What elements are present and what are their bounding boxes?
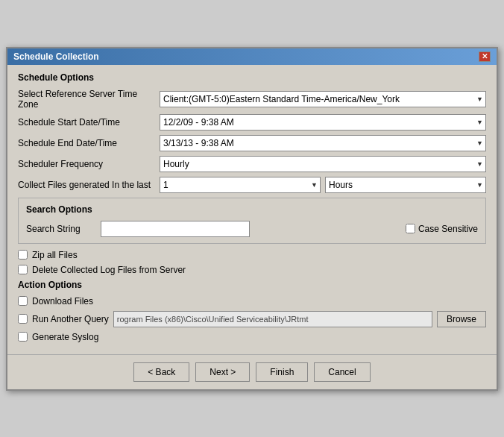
action-options-title: Action Options xyxy=(18,280,486,290)
ref-server-row: Select Reference Server Time Zone Client… xyxy=(18,89,486,110)
start-date-select-wrapper: 12/2/09 - 9:38 AM xyxy=(160,114,486,131)
title-bar: Schedule Collection ✕ xyxy=(7,48,497,65)
start-date-label: Schedule Start Date/Time xyxy=(18,117,160,128)
end-date-select[interactable]: 3/13/13 - 9:38 AM xyxy=(160,135,486,151)
delete-log-row: Delete Collected Log Files from Server xyxy=(18,265,486,275)
collect-unit-select[interactable]: HoursDaysWeeks xyxy=(325,177,486,193)
case-sensitive-checkbox[interactable] xyxy=(406,224,415,233)
frequency-label: Scheduler Frequency xyxy=(18,159,160,169)
search-string-label: Search String xyxy=(26,224,101,234)
start-date-select[interactable]: 12/2/09 - 9:38 AM xyxy=(160,114,486,131)
finish-button[interactable]: Finish xyxy=(256,362,308,382)
back-button[interactable]: < Back xyxy=(133,362,189,382)
collect-unit-wrapper: HoursDaysWeeks xyxy=(325,177,486,193)
run-query-row: Run Another Query Browse xyxy=(18,311,486,327)
search-options-title: Search Options xyxy=(26,204,478,215)
schedule-collection-window: Schedule Collection ✕ Schedule Options S… xyxy=(6,47,498,391)
collect-label: Collect Files generated In the last xyxy=(18,180,160,190)
frequency-row: Scheduler Frequency Hourly Daily Weekly … xyxy=(18,156,486,172)
frequency-select[interactable]: Hourly Daily Weekly Monthly xyxy=(160,156,486,172)
download-files-row: Download Files xyxy=(18,296,486,306)
run-query-checkbox[interactable] xyxy=(18,314,28,324)
download-files-checkbox[interactable] xyxy=(18,296,28,306)
ref-server-select[interactable]: Client:(GMT-5:0)Eastern Standard Time-Am… xyxy=(160,91,486,107)
bottom-bar: < Back Next > Finish Cancel xyxy=(7,354,497,389)
collect-num-select[interactable]: 1234561224 xyxy=(160,177,321,193)
collect-selects: 1234561224 HoursDaysWeeks xyxy=(160,177,486,193)
run-query-label: Run Another Query xyxy=(32,314,109,324)
run-query-path-input[interactable] xyxy=(113,311,432,327)
generate-syslog-row: Generate Syslog xyxy=(18,332,486,342)
zip-all-files-label: Zip all Files xyxy=(32,250,78,260)
window-title: Schedule Collection xyxy=(13,51,99,62)
generate-syslog-checkbox[interactable] xyxy=(18,332,28,342)
delete-log-label: Delete Collected Log Files from Server xyxy=(32,265,186,275)
browse-button[interactable]: Browse xyxy=(437,311,486,327)
search-options-row: Search String Case Sensitive xyxy=(26,221,478,237)
search-options-group: Search Options Search String Case Sensit… xyxy=(18,198,486,244)
download-files-label: Download Files xyxy=(32,296,93,306)
start-date-row: Schedule Start Date/Time 12/2/09 - 9:38 … xyxy=(18,114,486,131)
zip-all-files-row: Zip all Files xyxy=(18,250,486,260)
end-date-label: Schedule End Date/Time xyxy=(18,138,160,148)
end-date-select-wrapper: 3/13/13 - 9:38 AM xyxy=(160,135,486,151)
case-sensitive-area: Case Sensitive xyxy=(406,224,478,234)
search-string-input[interactable] xyxy=(101,221,250,237)
cancel-button[interactable]: Cancel xyxy=(314,362,370,382)
schedule-options-title: Schedule Options xyxy=(18,72,486,83)
close-button[interactable]: ✕ xyxy=(479,51,491,62)
zip-all-files-checkbox[interactable] xyxy=(18,250,28,260)
generate-syslog-label: Generate Syslog xyxy=(32,332,98,342)
next-button[interactable]: Next > xyxy=(195,362,250,382)
ref-server-label: Select Reference Server Time Zone xyxy=(18,89,160,110)
frequency-select-wrapper: Hourly Daily Weekly Monthly xyxy=(160,156,486,172)
ref-server-select-wrapper: Client:(GMT-5:0)Eastern Standard Time-Am… xyxy=(160,91,486,107)
delete-log-checkbox[interactable] xyxy=(18,265,28,274)
collect-num-wrapper: 1234561224 xyxy=(160,177,321,193)
case-sensitive-label: Case Sensitive xyxy=(418,224,478,234)
end-date-row: Schedule End Date/Time 3/13/13 - 9:38 AM xyxy=(18,135,486,151)
collect-row: Collect Files generated In the last 1234… xyxy=(18,177,486,193)
